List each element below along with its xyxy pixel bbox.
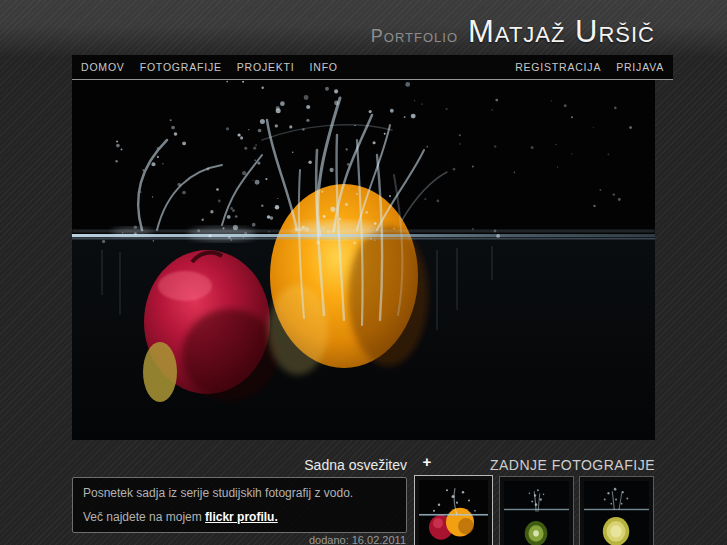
photo-added-date: dodano: 16.02.2011 bbox=[309, 534, 406, 545]
expand-plus-icon[interactable]: + bbox=[419, 454, 435, 470]
nav-item-prijava[interactable]: PRIJAVA bbox=[616, 61, 664, 73]
thumbnail-lemon-splash[interactable] bbox=[579, 476, 654, 545]
portfolio-page: Portfolio Matjaž Uršič DOMOV FOTOGRAFIJE… bbox=[0, 0, 727, 545]
site-brand: Portfolio Matjaž Uršič bbox=[371, 14, 655, 50]
photo-description-box: Posnetek sadja iz serije studijskih foto… bbox=[72, 477, 407, 533]
nav-item-domov[interactable]: DOMOV bbox=[81, 61, 125, 73]
thumb-image-lemon-splash bbox=[584, 481, 649, 545]
nav-right: REGISTRACIJA PRIJAVA bbox=[515, 61, 664, 73]
brand-title: Matjaž Uršič bbox=[468, 14, 655, 50]
thumb-image-fruit-splash bbox=[419, 480, 488, 545]
hero-image bbox=[72, 80, 655, 440]
nav-item-info[interactable]: INFO bbox=[310, 61, 338, 73]
nav-left: DOMOV FOTOGRAFIJE PROJEKTI INFO bbox=[81, 61, 338, 73]
latest-photos-heading: ZADNJE FOTOGRAFIJE bbox=[490, 457, 655, 473]
nav-item-fotografije[interactable]: FOTOGRAFIJE bbox=[140, 61, 222, 73]
photo-more-prefix: Več najdete na mojem bbox=[83, 510, 205, 524]
nav-item-projekti[interactable]: PROJEKTI bbox=[237, 61, 295, 73]
photo-description: Posnetek sadja iz serije studijskih foto… bbox=[83, 486, 396, 501]
brand-pretitle: Portfolio bbox=[371, 26, 458, 47]
nav-item-registracija[interactable]: REGISTRACIJA bbox=[515, 61, 601, 73]
photo-title: Sadna osvežitev bbox=[304, 457, 407, 473]
flickr-profile-link[interactable]: flickr profilu. bbox=[205, 510, 278, 524]
thumbnail-fruit-splash[interactable] bbox=[414, 475, 493, 545]
thumbnail-kiwi-splash[interactable] bbox=[499, 476, 574, 545]
thumb-image-kiwi-splash bbox=[504, 481, 569, 545]
photo-more-line: Več najdete na mojem flickr profilu. bbox=[83, 510, 396, 525]
main-navbar: DOMOV FOTOGRAFIJE PROJEKTI INFO REGISTRA… bbox=[72, 55, 673, 80]
